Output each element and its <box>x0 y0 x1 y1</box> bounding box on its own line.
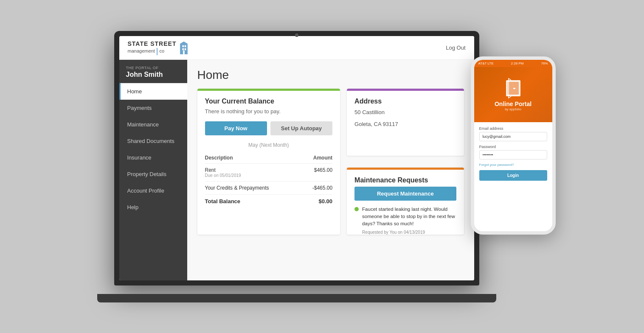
app-body: THE PORTAL OF John Smith Home Payments M… <box>119 60 474 280</box>
pay-now-button[interactable]: Pay Now <box>205 121 267 135</box>
amount-col-header: Amount <box>313 155 332 161</box>
svg-rect-1 <box>185 45 186 47</box>
maintenance-title: Maintenance Requests <box>354 176 456 184</box>
logo-line1: STATE STREET <box>128 40 177 47</box>
maintenance-status-dot <box>354 207 359 211</box>
laptop-camera <box>295 34 298 37</box>
maintenance-text: Faucet started leaking last night. Would… <box>362 206 456 228</box>
address-title: Address <box>354 98 456 105</box>
maintenance-card: Maintenance Requests Request Maintenance… <box>347 168 464 235</box>
maintenance-item: Faucet started leaking last night. Would… <box>354 206 456 235</box>
login-button[interactable]: Login <box>479 170 547 181</box>
logout-button[interactable]: Log Out <box>446 45 465 51</box>
balance-subtitle: There is nothing for you to pay. <box>205 108 333 115</box>
cards-row: Your Current Balance There is nothing fo… <box>197 89 464 235</box>
sidebar: THE PORTAL OF John Smith Home Payments M… <box>119 60 187 280</box>
credits-desc: Your Credits & Prepayments <box>205 185 269 191</box>
address-card: Address 50 Castillion Goleta, CA 93117 <box>347 89 464 156</box>
phone-form: Email address Password Forgot your passw… <box>474 122 552 231</box>
total-row: Total Balance $0.00 <box>205 195 333 208</box>
svg-rect-6 <box>513 88 515 89</box>
logo-line2: management <box>128 48 155 53</box>
phone-hero-sub: by appfolio <box>505 107 521 111</box>
portal-label: THE PORTAL OF <box>126 66 180 70</box>
logo-line3: co <box>159 48 164 53</box>
app-header: STATE STREET management | co <box>119 36 474 60</box>
email-label: Email address <box>479 126 547 131</box>
rent-amount: $465.00 <box>314 167 332 178</box>
sidebar-item-property-details[interactable]: Property Details <box>119 166 187 182</box>
sidebar-item-help[interactable]: Help <box>119 199 187 215</box>
autopay-button[interactable]: Set Up Autopay <box>270 121 332 135</box>
svg-rect-2 <box>183 48 184 50</box>
balance-card: Your Current Balance There is nothing fo… <box>197 89 340 235</box>
sidebar-item-payments[interactable]: Payments <box>119 100 187 116</box>
svg-rect-3 <box>185 48 186 50</box>
password-label: Password <box>479 145 547 149</box>
sidebar-item-maintenance[interactable]: Maintenance <box>119 116 187 133</box>
logo-pipe-icon: | <box>156 47 158 55</box>
address-line2: Goleta, CA 93117 <box>354 120 456 129</box>
email-input[interactable] <box>479 132 547 141</box>
logo: STATE STREET management | co <box>128 40 190 55</box>
logo-building-icon <box>178 41 190 54</box>
door-icon <box>503 78 524 99</box>
phone-hero-label: Online Portal <box>495 101 532 107</box>
laptop-screen: STATE STREET management | co <box>119 36 474 280</box>
portal-username: John Smith <box>126 71 180 78</box>
phone-battery: 76% <box>541 62 548 65</box>
sidebar-item-insurance[interactable]: Insurance <box>119 149 187 166</box>
svg-rect-0 <box>183 45 184 47</box>
table-row: Rent Due on 05/01/2019 $465.00 <box>205 164 333 182</box>
svg-rect-5 <box>508 82 519 95</box>
maintenance-meta: Requested by You on 04/13/2019 Maintenan… <box>362 229 456 235</box>
table-row: Your Credits & Prepayments -$465.00 <box>205 182 333 195</box>
page-title: Home <box>197 68 464 82</box>
forgot-password-link[interactable]: Forgot your password? <box>479 163 547 167</box>
table-header: Description Amount <box>205 152 333 164</box>
phone-hero: Online Portal by appfolio <box>474 67 552 122</box>
address-line1: 50 Castillion <box>354 108 456 117</box>
month-label: May (Next Month) <box>205 142 333 148</box>
portal-info: THE PORTAL OF John Smith <box>119 60 187 83</box>
rent-due: Due on 05/01/2019 <box>205 173 241 178</box>
sidebar-item-home[interactable]: Home <box>119 83 187 100</box>
total-amount: $0.00 <box>319 198 333 204</box>
desc-col-header: Description <box>205 155 233 161</box>
sidebar-item-account-profile[interactable]: Account Profile <box>119 182 187 199</box>
payment-buttons: Pay Now Set Up Autopay <box>205 121 333 135</box>
laptop: STATE STREET management | co <box>89 22 505 302</box>
main-content: Home Your Current Balance There is nothi… <box>187 60 474 280</box>
sidebar-item-shared-documents[interactable]: Shared Documents <box>119 133 187 149</box>
credits-amount: -$465.00 <box>312 185 332 191</box>
rent-desc: Rent <box>205 167 241 173</box>
phone-carrier: AT&T LTE <box>478 62 494 65</box>
balance-title: Your Current Balance <box>205 98 333 105</box>
request-maintenance-button[interactable]: Request Maintenance <box>354 187 456 201</box>
phone-time: 2:28 PM <box>511 62 524 65</box>
laptop-base <box>97 294 496 302</box>
phone: AT&T LTE 2:28 PM 76% Online Portal by ap… <box>471 56 556 235</box>
total-label: Total Balance <box>205 198 241 204</box>
password-input[interactable] <box>479 150 547 160</box>
phone-status-bar: AT&T LTE 2:28 PM 76% <box>474 60 552 67</box>
